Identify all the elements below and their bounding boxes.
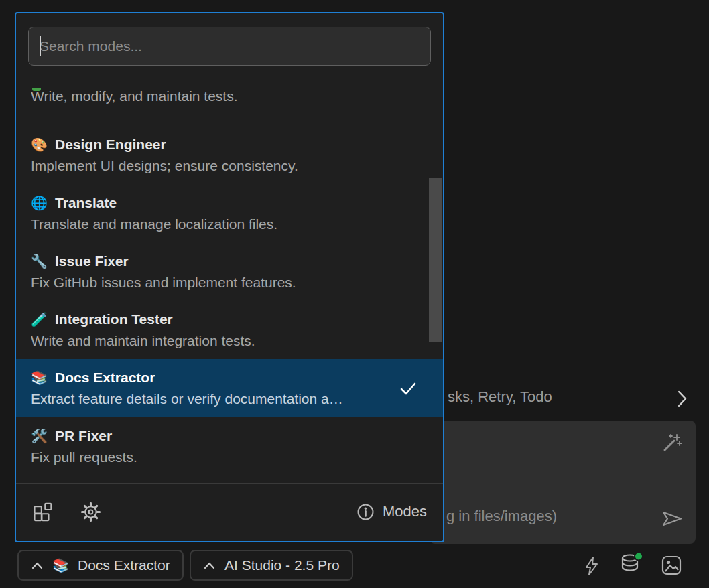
chat-input-panel[interactable]: g in files/images) — [430, 421, 696, 544]
marketplace-icon[interactable] — [32, 502, 53, 522]
mode-title: Docs Extractor — [55, 369, 155, 386]
list-item-integration-tester[interactable]: 🧪 Integration Tester Write and maintain … — [16, 301, 443, 359]
checkmark-icon — [398, 380, 417, 397]
mode-description: Write and maintain integration tests. — [31, 332, 428, 350]
text-caret — [40, 36, 41, 56]
wrench-emoji-icon: 🔧 — [31, 252, 48, 270]
modes-label: Modes — [383, 503, 427, 520]
list-item-docs-extractor-selected[interactable]: 📚 Docs Extractor Extract feature details… — [16, 359, 443, 417]
search-box — [28, 27, 431, 66]
mode-button-label: Docs Extractor — [78, 557, 170, 573]
dropdown-footer: Modes — [16, 484, 443, 540]
mode-description: Translate and manage localization files. — [31, 216, 428, 233]
chevron-up-icon — [31, 561, 44, 570]
mode-title: Translate — [55, 194, 117, 212]
enhance-prompt-icon[interactable] — [660, 433, 682, 455]
palette-emoji-icon: 🎨 — [31, 136, 48, 153]
test-tube-emoji-icon: 🧪 — [31, 311, 48, 328]
mode-description: Fix pull requests. — [31, 449, 428, 466]
mode-description: Write, modify, and maintain tests. — [31, 88, 428, 105]
database-icon[interactable] — [619, 552, 643, 576]
emoji-sliver — [32, 88, 41, 91]
list-item-design-engineer[interactable]: 🎨 Design Engineer Implement UI designs; … — [16, 126, 443, 184]
globe-emoji-icon: 🌐 — [31, 194, 48, 212]
gear-icon[interactable] — [80, 501, 102, 523]
mode-selector-dropdown: Write, modify, and maintain tests. 🎨 Des… — [15, 12, 444, 542]
mode-description: Extract feature details or verify docume… — [31, 390, 428, 408]
task-row-text: sks, Retry, Todo — [448, 388, 552, 406]
list-item-issue-fixer[interactable]: 🔧 Issue Fixer Fix GitHub issues and impl… — [16, 242, 443, 301]
green-status-dot — [635, 553, 643, 561]
mode-title: PR Fixer — [55, 427, 112, 445]
mode-description: Fix GitHub issues and implement features… — [31, 274, 428, 291]
chat-input-placeholder[interactable]: g in files/images) — [446, 508, 557, 525]
mode-title: Integration Tester — [55, 311, 173, 328]
list-item-partial[interactable]: Write, modify, and maintain tests. — [16, 88, 443, 126]
chevron-up-icon — [203, 561, 216, 570]
mode-description: Implement UI designs; ensure consistency… — [31, 157, 428, 175]
send-icon[interactable] — [661, 508, 684, 529]
mode-selector-button[interactable]: 📚 Docs Extractor — [17, 550, 184, 581]
mode-button-emoji: 📚 — [52, 557, 69, 573]
mode-list: Write, modify, and maintain tests. 🎨 Des… — [16, 76, 443, 484]
list-item-pr-fixer[interactable]: 🛠️ PR Fixer Fix pull requests. — [16, 417, 443, 475]
lightning-icon[interactable] — [581, 555, 602, 577]
list-item-issue-investigator[interactable]: 🕵️ Issue Investigator — [16, 475, 443, 484]
chevron-right-icon[interactable] — [677, 390, 688, 408]
list-item-translate[interactable]: 🌐 Translate Translate and manage localiz… — [16, 184, 443, 242]
mode-title: Issue Fixer — [55, 252, 129, 270]
mode-title: Design Engineer — [55, 136, 166, 153]
image-icon[interactable] — [661, 555, 682, 576]
books-emoji-icon: 📚 — [31, 369, 48, 386]
hammer-wrench-emoji-icon: 🛠️ — [31, 427, 48, 445]
model-selector-button[interactable]: AI Studio - 2.5 Pro — [190, 550, 353, 581]
search-input[interactable] — [28, 27, 431, 66]
model-button-label: AI Studio - 2.5 Pro — [224, 557, 340, 573]
scrollbar-thumb[interactable] — [429, 178, 442, 342]
info-icon[interactable] — [357, 503, 375, 521]
